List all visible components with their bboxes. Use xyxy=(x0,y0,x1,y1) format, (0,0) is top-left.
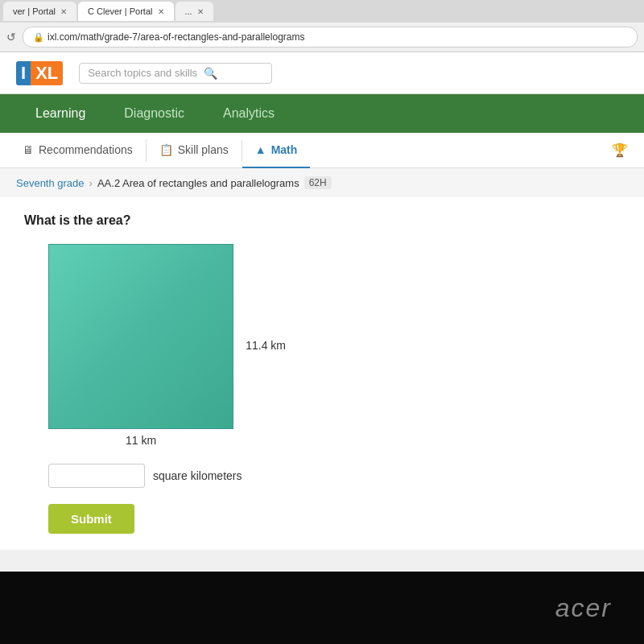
subnav-recommendations[interactable]: 🖥 Recommendations xyxy=(10,133,146,168)
search-placeholder: Search topics and skills xyxy=(88,67,197,79)
math-icon: ▲ xyxy=(255,143,266,156)
main-content: What is the area? 11.4 km 11 km square k… xyxy=(0,197,644,550)
trophy-icon: 🏆 xyxy=(612,143,628,157)
nav-analytics-label: Analytics xyxy=(223,106,275,121)
address-bar[interactable]: 🔒 ixl.com/math/grade-7/area-of-rectangle… xyxy=(23,27,638,47)
question-label: What is the area? xyxy=(24,213,620,228)
subnav-skill-plans-label: Skill plans xyxy=(178,143,229,156)
tab-label: ver | Portal xyxy=(13,6,56,16)
shape-container: 11.4 km 11 km xyxy=(48,244,233,447)
bottom-bar: acer xyxy=(0,572,644,644)
tab-clever-portal-2[interactable]: C Clever | Portal ✕ xyxy=(78,2,174,21)
nav-item-diagnostic[interactable]: Diagnostic xyxy=(105,94,204,133)
subnav-math[interactable]: ▲ Math xyxy=(242,133,311,168)
breadcrumb-badge: 62H xyxy=(304,176,332,189)
refresh-button[interactable]: ↺ xyxy=(6,31,16,43)
breadcrumb-skill: AA.2 Area of rectangles and parallelogra… xyxy=(97,177,299,189)
recommendations-icon: 🖥 xyxy=(23,143,34,156)
lock-icon: 🔒 xyxy=(33,32,44,43)
nav-diagnostic-label: Diagnostic xyxy=(124,106,184,121)
nav-item-learning[interactable]: Learning xyxy=(16,94,105,133)
answer-unit: square kilometers xyxy=(153,469,242,482)
tab-label: C Clever | Portal xyxy=(88,6,153,16)
logo-xl: XL xyxy=(31,61,63,85)
ixl-header: I XL Search topics and skills 🔍 xyxy=(0,52,644,94)
search-bar[interactable]: Search topics and skills 🔍 xyxy=(79,63,272,84)
tab-close-3[interactable]: ✕ xyxy=(197,7,204,16)
subnav-math-label: Math xyxy=(271,143,298,156)
breadcrumb-grade[interactable]: Seventh grade xyxy=(16,177,85,189)
dimension-bottom: 11 km xyxy=(48,434,233,447)
url-text: ixl.com/math/grade-7/area-of-rectangles-… xyxy=(47,31,304,43)
nav-item-analytics[interactable]: Analytics xyxy=(204,94,294,133)
nav-learning-label: Learning xyxy=(35,106,85,121)
submit-button[interactable]: Submit xyxy=(48,504,134,534)
tab-close-1[interactable]: ✕ xyxy=(60,7,67,16)
search-icon[interactable]: 🔍 xyxy=(204,67,217,80)
trophy-area: 🏆 xyxy=(612,142,628,158)
main-nav: Learning Diagnostic Analytics xyxy=(0,94,644,133)
logo-i: I xyxy=(16,61,31,85)
answer-input[interactable] xyxy=(48,464,145,488)
breadcrumb: Seventh grade › AA.2 Area of rectangles … xyxy=(0,168,644,197)
tab-label: ... xyxy=(185,6,192,16)
rectangle-shape xyxy=(48,244,233,429)
dimension-right: 11.4 km xyxy=(246,339,286,352)
skill-plans-icon: 📋 xyxy=(159,143,173,156)
subnav-recommendations-label: Recommendations xyxy=(39,143,133,156)
answer-section: square kilometers xyxy=(48,464,620,488)
subnav-skill-plans[interactable]: 📋 Skill plans xyxy=(147,133,242,168)
breadcrumb-separator: › xyxy=(89,177,93,189)
tab-extra[interactable]: ... ✕ xyxy=(175,2,213,21)
acer-logo: acer xyxy=(555,593,612,623)
ixl-logo[interactable]: I XL xyxy=(16,61,63,85)
sub-nav: 🖥 Recommendations 📋 Skill plans ▲ Math 🏆 xyxy=(0,133,644,168)
tab-clever-portal-1[interactable]: ver | Portal ✕ xyxy=(3,2,76,21)
tab-close-2[interactable]: ✕ xyxy=(158,7,164,16)
